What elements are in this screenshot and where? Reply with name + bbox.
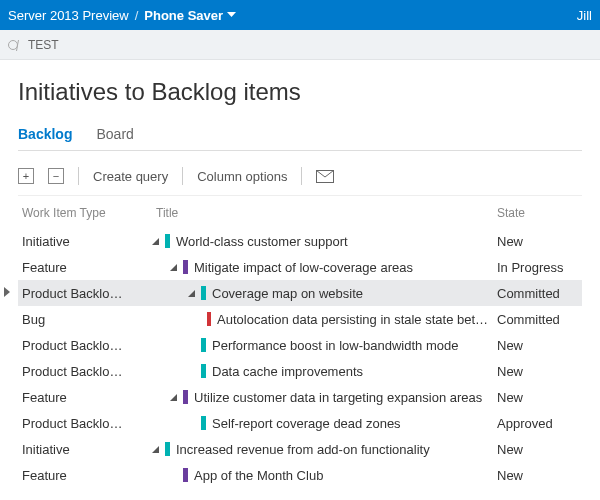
title-text: World-class customer support — [176, 234, 348, 249]
title-text: Utilize customer data in targeting expan… — [194, 390, 482, 405]
cell-title: Performance boost in low-bandwidth mode — [150, 338, 497, 353]
topbar: Server 2013 Preview / Phone Saver Jill — [0, 0, 600, 30]
cell-title: App of the Month Club — [150, 468, 497, 483]
cell-title: Utilize customer data in targeting expan… — [150, 390, 497, 405]
table-row[interactable]: InitiativeWorld-class customer supportNe… — [18, 228, 582, 254]
table-row[interactable]: InitiativeIncreased revenue from add-on … — [18, 436, 582, 462]
cell-work-item-type: Feature — [18, 390, 150, 405]
type-color-bar — [201, 286, 206, 300]
expand-all-icon[interactable]: + — [18, 168, 34, 184]
divider — [301, 167, 302, 185]
cell-title: Mitigate impact of low-coverage areas — [150, 260, 497, 275]
column-options-link[interactable]: Column options — [197, 169, 287, 184]
cell-work-item-type: Product Backlo… — [18, 416, 150, 431]
title-text: Increased revenue from add-on functional… — [176, 442, 430, 457]
col-header-type[interactable]: Work Item Type — [18, 206, 150, 220]
table-row[interactable]: Product Backlo…Data cache improvementsNe… — [18, 358, 582, 384]
create-query-link[interactable]: Create query — [93, 169, 168, 184]
type-color-bar — [165, 234, 170, 248]
type-color-bar — [201, 338, 206, 352]
type-color-bar — [183, 390, 188, 404]
project-name: Phone Saver — [144, 8, 223, 23]
chevron-down-icon — [227, 12, 236, 18]
user-name[interactable]: Jill — [577, 8, 592, 23]
type-color-bar — [183, 260, 188, 274]
tab-bar: Backlog Board — [18, 120, 582, 151]
type-color-bar — [201, 364, 206, 378]
divider — [78, 167, 79, 185]
cell-state: New — [497, 234, 582, 249]
sub-nav: TEST — [0, 30, 600, 60]
expander-icon[interactable] — [150, 444, 161, 455]
expander-icon[interactable] — [150, 236, 161, 247]
cell-state: Committed — [497, 286, 582, 301]
breadcrumb-item[interactable]: TEST — [28, 38, 59, 52]
expander-icon — [186, 366, 197, 377]
expander-icon — [186, 340, 197, 351]
type-color-bar — [207, 312, 211, 326]
table-row[interactable]: FeatureUtilize customer data in targetin… — [18, 384, 582, 410]
collapse-all-icon[interactable]: − — [48, 168, 64, 184]
col-header-title[interactable]: Title — [150, 206, 497, 220]
cell-title: Data cache improvements — [150, 364, 497, 379]
breadcrumb-separator: / — [135, 8, 139, 23]
table-row[interactable]: Product Backlo…Coverage map on websiteCo… — [18, 280, 582, 306]
mail-icon[interactable] — [316, 170, 334, 183]
table-row[interactable]: Product Backlo…Performance boost in low-… — [18, 332, 582, 358]
toolbar: + − Create query Column options — [18, 161, 582, 195]
expander-icon — [194, 314, 203, 325]
table-row[interactable]: BugAutolocation data persisting in stale… — [18, 306, 582, 332]
cell-title: Self-report coverage dead zones — [150, 416, 497, 431]
cell-state: Committed — [497, 312, 582, 327]
cell-state: New — [497, 442, 582, 457]
type-color-bar — [201, 416, 206, 430]
title-text: Data cache improvements — [212, 364, 363, 379]
title-text: Mitigate impact of low-coverage areas — [194, 260, 413, 275]
title-text: Self-report coverage dead zones — [212, 416, 401, 431]
grid-header: Work Item Type Title State — [18, 195, 582, 228]
cell-work-item-type: Initiative — [18, 442, 150, 457]
nav-icon — [8, 40, 18, 50]
project-dropdown[interactable]: Phone Saver — [144, 8, 236, 23]
type-color-bar — [183, 468, 188, 482]
cell-work-item-type: Bug — [18, 312, 150, 327]
page-title: Initiatives to Backlog items — [18, 78, 582, 106]
cell-work-item-type: Feature — [18, 468, 150, 483]
expander-icon — [168, 470, 179, 481]
col-header-state[interactable]: State — [497, 206, 582, 220]
tab-backlog[interactable]: Backlog — [18, 120, 72, 150]
cell-work-item-type: Product Backlo… — [18, 338, 150, 353]
divider — [182, 167, 183, 185]
table-row[interactable]: FeatureApp of the Month ClubNew — [18, 462, 582, 488]
cell-title: Autolocation data persisting in stale st… — [150, 312, 497, 327]
cell-work-item-type: Product Backlo… — [18, 286, 150, 301]
cell-title: Coverage map on website — [150, 286, 497, 301]
cell-state: In Progress — [497, 260, 582, 275]
cell-work-item-type: Product Backlo… — [18, 364, 150, 379]
title-text: App of the Month Club — [194, 468, 323, 483]
cell-state: New — [497, 338, 582, 353]
cell-state: New — [497, 364, 582, 379]
table-row[interactable]: FeatureMitigate impact of low-coverage a… — [18, 254, 582, 280]
expander-icon[interactable] — [168, 262, 179, 273]
grid-body: InitiativeWorld-class customer supportNe… — [18, 228, 582, 488]
title-text: Autolocation data persisting in stale st… — [217, 312, 497, 327]
cell-state: Approved — [497, 416, 582, 431]
row-indicator-icon — [4, 287, 10, 297]
cell-state: New — [497, 390, 582, 405]
title-text: Coverage map on website — [212, 286, 363, 301]
type-color-bar — [165, 442, 170, 456]
expander-icon[interactable] — [168, 392, 179, 403]
expander-icon[interactable] — [186, 288, 197, 299]
table-row[interactable]: Product Backlo…Self-report coverage dead… — [18, 410, 582, 436]
cell-title: World-class customer support — [150, 234, 497, 249]
title-text: Performance boost in low-bandwidth mode — [212, 338, 458, 353]
expander-icon — [186, 418, 197, 429]
product-name: Server 2013 Preview — [8, 8, 129, 23]
cell-work-item-type: Initiative — [18, 234, 150, 249]
cell-title: Increased revenue from add-on functional… — [150, 442, 497, 457]
cell-state: New — [497, 468, 582, 483]
cell-work-item-type: Feature — [18, 260, 150, 275]
tab-board[interactable]: Board — [96, 120, 133, 150]
